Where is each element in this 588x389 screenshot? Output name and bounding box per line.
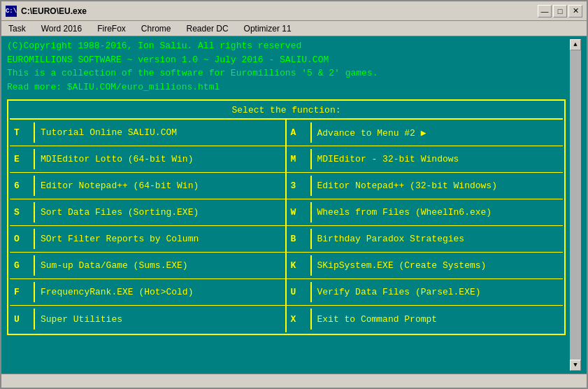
menu-title: Select the function: (10, 102, 563, 118)
menu-cell-A[interactable]: A Advance to Menu #2 ▶ (287, 120, 564, 146)
divider (34, 229, 35, 249)
menu-key-6: 6 (14, 181, 28, 191)
info-line-0: (C)Copyright 1988-2016, Ion Saliu. All r… (7, 39, 566, 53)
divider (310, 282, 312, 302)
menu-label-U: Super Utilities (41, 314, 122, 325)
menu-label-A: Advance to Menu #2 ▶ (317, 127, 426, 139)
menu-cell-T[interactable]: T Tutorial Online SALIU.COM (10, 120, 287, 146)
menu-key-X: X (291, 314, 305, 325)
menu-key-E: E (14, 154, 28, 164)
menu-key-T: T (14, 127, 28, 138)
menu-cell-O[interactable]: O SOrt Filter Reports by Column (10, 226, 287, 253)
console-area: (C)Copyright 1988-2016, Ion Saliu. All r… (1, 36, 587, 374)
status-bar (1, 374, 587, 388)
menu-key-F: F (14, 287, 28, 297)
divider (34, 176, 35, 196)
window-icon: C:\ (6, 6, 17, 17)
menu-key-K: K (291, 260, 305, 271)
divider (310, 202, 312, 222)
menu-bar: Task Word 2016 FireFox Chrome Reader DC … (1, 21, 587, 36)
divider (34, 282, 35, 302)
divider (34, 255, 35, 276)
menu-label-T: Tutorial Online SALIU.COM (41, 127, 177, 138)
menu-label-6: Editor Notepad++ (64-bit Win) (41, 181, 199, 191)
menu-table: Select the function: T Tutorial Online S… (7, 99, 566, 335)
title-bar-buttons: — □ ✕ (538, 5, 582, 17)
divider (34, 149, 35, 169)
divider (34, 122, 35, 143)
scrollbar-track[interactable] (570, 50, 581, 360)
menu-key-M: M (291, 154, 305, 164)
title-bar: C:\ C:\EURO\EU.exe — □ ✕ (1, 1, 587, 21)
menu-cell-E[interactable]: E MDIEditor Lotto (64-bit Win) (10, 146, 287, 173)
divider (310, 309, 312, 330)
menu-key-G: G (14, 260, 28, 271)
divider (310, 149, 312, 169)
menu-key-U2: U (291, 287, 305, 297)
menu-grid: T Tutorial Online SALIU.COM A Advance to… (10, 118, 563, 332)
main-window: C:\ C:\EURO\EU.exe — □ ✕ Task Word 2016 … (0, 0, 588, 389)
menu-cell-F[interactable]: F FrequencyRank.EXE (Hot>Cold) (10, 279, 287, 306)
menu-key-W: W (291, 207, 305, 218)
menu-label-F: FrequencyRank.EXE (Hot>Cold) (41, 287, 193, 297)
menu-label-M: MDIEditor - 32-bit Windows (317, 154, 459, 164)
menu-label-X: Exit to Command Prompt (317, 314, 438, 325)
menu-cell-U[interactable]: U Super Utilities (10, 306, 287, 332)
menu-cell-G[interactable]: G Sum-up Data/Game (Sums.EXE) (10, 253, 287, 279)
menu-label-W: Wheels from Files (WheelIn6.exe) (317, 207, 492, 218)
menu-cell-M[interactable]: M MDIEditor - 32-bit Windows (287, 146, 564, 173)
menu-label-B: Birthday Paradox Strategies (317, 234, 465, 244)
scrollbar[interactable]: ▲ ▼ (570, 39, 581, 371)
maximize-button[interactable]: □ (553, 5, 567, 17)
menu-label-O: SOrt Filter Reports by Column (41, 234, 199, 244)
scroll-down-button[interactable]: ▼ (570, 360, 581, 371)
divider (34, 202, 35, 222)
menu-label-K: SKipSystem.EXE (Create Systems) (317, 260, 487, 271)
info-line-2: This is a collection of the software for… (7, 66, 566, 80)
menu-label-E: MDIEditor Lotto (64-bit Win) (41, 154, 193, 164)
info-line-3: Read more: $ALIU.COM/euro_millions.html (7, 80, 566, 94)
divider (310, 255, 312, 276)
menu-item-word[interactable]: Word 2016 (37, 22, 86, 35)
menu-item-optimizer[interactable]: Optimizer 11 (240, 22, 296, 35)
menu-cell-U2[interactable]: U Verify Data Files (Parsel.EXE) (287, 279, 564, 306)
info-section: (C)Copyright 1988-2016, Ion Saliu. All r… (7, 39, 566, 94)
menu-item-reader[interactable]: Reader DC (182, 22, 233, 35)
menu-cell-S[interactable]: S Sort Data Files (Sorting.EXE) (10, 199, 287, 226)
console-content: (C)Copyright 1988-2016, Ion Saliu. All r… (7, 39, 566, 371)
minimize-button[interactable]: — (538, 5, 552, 17)
menu-cell-3[interactable]: 3 Editor Notepad++ (32-bit Windows) (287, 173, 564, 199)
menu-cell-X[interactable]: X Exit to Command Prompt (287, 306, 564, 332)
menu-item-firefox[interactable]: FireFox (93, 22, 130, 35)
menu-item-task[interactable]: Task (4, 22, 30, 35)
menu-label-3: Editor Notepad++ (32-bit Windows) (317, 181, 497, 191)
close-button[interactable]: ✕ (568, 5, 582, 17)
menu-label-U2: Verify Data Files (Parsel.EXE) (317, 287, 481, 297)
menu-item-chrome[interactable]: Chrome (137, 22, 175, 35)
scroll-up-button[interactable]: ▲ (570, 39, 581, 50)
menu-cell-K[interactable]: K SKipSystem.EXE (Create Systems) (287, 253, 564, 279)
divider (34, 309, 35, 330)
menu-key-3: 3 (291, 181, 305, 191)
menu-label-G: Sum-up Data/Game (Sums.EXE) (41, 260, 188, 271)
menu-label-S: Sort Data Files (Sorting.EXE) (41, 207, 199, 218)
menu-key-O: O (14, 234, 28, 244)
divider (310, 229, 312, 249)
menu-key-S: S (14, 207, 28, 218)
menu-cell-6[interactable]: 6 Editor Notepad++ (64-bit Win) (10, 173, 287, 199)
menu-key-U: U (14, 314, 28, 325)
menu-key-B: B (291, 234, 305, 244)
divider (310, 176, 312, 196)
menu-key-A: A (291, 127, 305, 138)
menu-cell-B[interactable]: B Birthday Paradox Strategies (287, 226, 564, 253)
window-title: C:\EURO\EU.exe (21, 6, 538, 16)
divider (310, 122, 312, 143)
menu-cell-W[interactable]: W Wheels from Files (WheelIn6.exe) (287, 199, 564, 226)
info-line-1: EUROMILLIONS SOFTWARE ~ version 1.0 ~ Ju… (7, 53, 566, 67)
